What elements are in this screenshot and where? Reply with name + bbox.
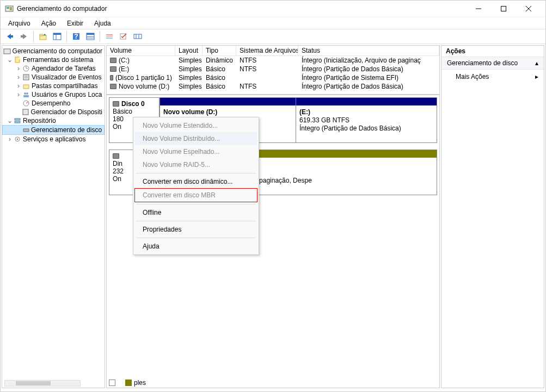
svg-rect-45 — [23, 129, 29, 132]
client-area: Gerenciamento do computador ⌄Ferramentas… — [1, 44, 545, 389]
svg-rect-36 — [23, 85, 29, 89]
close-button[interactable] — [516, 1, 541, 17]
tree-devmgr[interactable]: Gerenciador de Dispositi — [2, 108, 105, 116]
actions-more[interactable]: Mais Ações ▸ — [441, 70, 544, 84]
disk0-part2[interactable]: (E:)619.33 GB NTFSÍntegro (Partição de D… — [296, 98, 437, 142]
detail-view-button[interactable] — [84, 30, 96, 42]
check-icon[interactable] — [118, 30, 130, 42]
tree-users[interactable]: ›Usuários e Grupos Loca — [2, 90, 105, 99]
up-button[interactable] — [37, 30, 49, 42]
col-fs[interactable]: Sistema de Arquivos — [236, 46, 298, 55]
svg-line-41 — [26, 102, 28, 103]
window-title: Gerenciamento do computador — [17, 5, 466, 13]
svg-point-38 — [26, 92, 28, 95]
svg-rect-17 — [87, 33, 94, 35]
tree-storage[interactable]: ⌄Repositório — [2, 116, 105, 125]
context-menu: Novo Volume Estendido... Novo Volume Dis… — [133, 117, 259, 255]
ctx-convert-dynamic[interactable]: Converter em disco dinâmico... — [135, 175, 257, 188]
volume-icon — [110, 66, 116, 72]
tree-event-viewer[interactable]: ›Visualizador de Eventos — [2, 73, 105, 82]
back-button[interactable] — [4, 30, 16, 42]
ctx-new-mirrored[interactable]: Novo Volume Espelhado... — [135, 145, 257, 158]
svg-rect-27 — [4, 49, 10, 54]
svg-point-37 — [24, 92, 26, 95]
tree-pane[interactable]: Gerenciamento do computador ⌄Ferramentas… — [2, 45, 105, 388]
settings-icon[interactable] — [103, 30, 115, 42]
show-hide-console-button[interactable] — [51, 30, 63, 42]
volume-icon — [110, 75, 113, 80]
grid-row: Novo volume (D:)SimplesBásicoNTFSÍntegro… — [107, 82, 439, 91]
ctx-convert-mbr[interactable]: Converter em disco MBR — [134, 188, 257, 202]
svg-rect-4 — [501, 7, 506, 11]
svg-rect-43 — [15, 119, 20, 120]
svg-rect-39 — [23, 95, 29, 97]
volume-grid-header[interactable]: Volume Layout Tipo Sistema de Arquivos S… — [107, 46, 439, 56]
tree-sys-tools[interactable]: ⌄Ferramentas do sistema — [2, 55, 105, 64]
disk-area: Disco 0 Básico 180 On Novo volume (D:)a)… — [107, 94, 439, 388]
col-tipo[interactable]: Tipo — [203, 46, 236, 55]
tree-task-sched[interactable]: ›Agendador de Tarefas — [2, 64, 105, 73]
grid-row: (C:)SimplesDinâmicoNTFSÍntegro (Iniciali… — [107, 56, 439, 65]
legend: ples — [109, 379, 146, 387]
actions-head: Ações — [441, 46, 544, 57]
svg-rect-42 — [23, 109, 28, 115]
col-status[interactable]: Status — [298, 46, 439, 55]
svg-rect-1 — [7, 7, 9, 9]
tree-services[interactable]: ›Serviços e aplicativos — [2, 135, 105, 144]
forward-button[interactable] — [18, 30, 30, 42]
ctx-offline[interactable]: Offline — [135, 206, 257, 219]
svg-rect-33 — [23, 74, 29, 80]
volume-icon — [110, 58, 116, 63]
volume-icon — [110, 84, 116, 89]
menubar: Arquivo Ação Exibir Ajuda — [1, 17, 545, 29]
ctx-help[interactable]: Ajuda — [135, 240, 257, 253]
menu-acao[interactable]: Ação — [39, 18, 58, 28]
main-pane: Volume Layout Tipo Sistema de Arquivos S… — [106, 45, 440, 388]
app-icon — [5, 4, 14, 13]
menu-ajuda[interactable]: Ajuda — [92, 18, 113, 28]
svg-rect-7 — [10, 35, 13, 38]
svg-rect-2 — [10, 7, 12, 10]
ctx-properties[interactable]: Propriedades — [135, 223, 257, 236]
grid-row: (E:)SimplesBásicoNTFSÍntegro (Partição d… — [107, 65, 439, 73]
tree-scrollbar[interactable] — [4, 380, 81, 387]
tree-root[interactable]: Gerenciamento do computador — [2, 47, 105, 55]
maximize-button[interactable] — [491, 1, 516, 17]
chevron-right-icon: ▸ — [535, 73, 538, 80]
ctx-new-striped[interactable]: Novo Volume Distribuído... — [135, 132, 257, 145]
svg-rect-8 — [21, 35, 23, 38]
col-volume[interactable]: Volume — [107, 46, 175, 55]
collapse-icon: ▴ — [535, 59, 538, 67]
tree-perf[interactable]: Desempenho — [2, 99, 105, 108]
svg-point-29 — [19, 57, 21, 59]
col-layout[interactable]: Layout — [175, 46, 203, 55]
titlebar: Gerenciamento do computador — [1, 1, 545, 17]
grid-row: (Disco 1 partição 1)SimplesBásicoÍntegro… — [107, 73, 439, 82]
tree-shared[interactable]: ›Pastas compartilhadas — [2, 82, 105, 90]
svg-rect-44 — [15, 121, 20, 123]
menu-arquivo[interactable]: Arquivo — [6, 18, 33, 28]
svg-rect-10 — [40, 34, 42, 36]
minimize-button[interactable] — [466, 1, 491, 17]
tree-diskmgmt[interactable]: Gerenciamento de disco — [2, 125, 105, 135]
ctx-new-raid5[interactable]: Novo Volume RAID-5... — [135, 158, 257, 171]
help-button[interactable]: ? — [70, 30, 82, 42]
list-icon[interactable] — [132, 30, 144, 42]
menu-exibir[interactable]: Exibir — [65, 18, 85, 28]
ctx-new-spanned[interactable]: Novo Volume Estendido... — [135, 119, 257, 132]
actions-section[interactable]: Gerenciamento de disco ▴ — [441, 57, 544, 70]
actions-pane: Ações Gerenciamento de disco ▴ Mais Açõe… — [441, 45, 544, 388]
toolbar: ? — [1, 29, 545, 44]
svg-point-47 — [17, 139, 19, 140]
svg-rect-12 — [53, 33, 61, 35]
svg-text:?: ? — [74, 33, 78, 40]
volume-grid[interactable]: (C:)SimplesDinâmicoNTFSÍntegro (Iniciali… — [107, 56, 439, 91]
svg-rect-24 — [134, 34, 142, 39]
